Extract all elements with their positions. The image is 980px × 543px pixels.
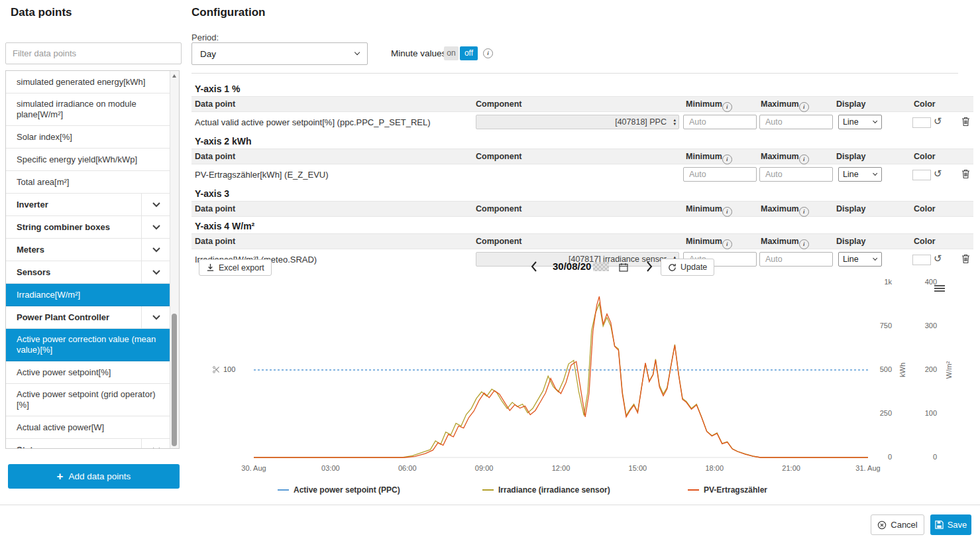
cancel-label: Cancel [891,520,917,530]
datapoint-label: Status [6,439,141,448]
list-scrollbar[interactable] [170,71,179,448]
axis-section-title: Y-axis 2 kWh [195,136,973,147]
datapoint-label: Active power correction value (mean valu… [6,329,170,361]
datapoint-item-13[interactable]: Active power setpoint (grid operator)[%] [6,384,170,416]
color-swatch[interactable] [912,117,931,128]
download-icon [206,263,215,272]
datapoint-category-10[interactable]: Power Plant Controller [6,306,170,329]
wm2-tick-label: 400 [910,278,937,286]
datapoint-item-0[interactable]: simulated generated energy[kWh] [6,71,170,93]
header-component: Component [476,152,521,161]
wm2-axis-title: W/m² [945,361,953,379]
datapoint-item-12[interactable]: Active power setpoint[%] [6,361,170,384]
axis-section-title: Y-axis 3 [195,188,973,199]
datapoint-item-3[interactable]: Specific energy yield[kWh/kWp] [6,149,170,171]
datapoint-label: Power Plant Controller [6,306,141,328]
save-button[interactable]: Save [930,514,971,535]
chart-context-menu-icon[interactable] [934,284,945,293]
component-select[interactable]: [407818] PPC▴▾ [476,115,679,129]
display-select[interactable]: Line [838,115,882,129]
datapoint-item-1[interactable]: simulated irradiance on module plane[W/m… [6,93,170,126]
legend-item-0[interactable]: Active power setpoint (PPC) [278,485,400,495]
datapoint-category-6[interactable]: String combiner boxes [6,216,170,239]
info-icon[interactable]: i [722,154,732,164]
save-icon [935,520,944,529]
data-points-list: simulated generated energy[kWh]simulated… [5,70,180,449]
x-tick-label: 31. Aug [855,464,880,472]
table-header-row: Data pointComponentMinimum iMaximum iDis… [191,96,973,112]
datapoint-item-11[interactable]: Active power correction value (mean valu… [6,329,170,361]
info-icon[interactable]: i [799,154,809,164]
info-icon[interactable]: i [483,48,493,58]
chart-toolbar: Excel export 30/08/20 Update [191,259,973,278]
datapoint-item-2[interactable]: Solar index[%] [6,126,170,149]
info-icon[interactable]: i [722,102,732,112]
expand-chevron-icon[interactable] [141,306,170,328]
minimum-input[interactable] [683,167,757,182]
minute-values-on-toggle[interactable]: on [444,46,459,60]
header-color: Color [914,204,936,213]
info-icon[interactable]: i [799,239,809,249]
datapoint-category-15[interactable]: Status [6,439,170,448]
expand-chevron-icon[interactable] [141,194,170,215]
maximum-input[interactable] [759,115,833,129]
previous-day-button[interactable] [531,261,537,274]
next-day-button[interactable] [646,261,653,274]
header-data-point: Data point [195,152,235,161]
datapoint-category-7[interactable]: Meters [6,239,170,261]
display-value: Line [843,117,859,127]
expand-chevron-icon[interactable] [141,239,170,261]
reset-icon[interactable]: ↺ [934,115,942,128]
table-header-row: Data pointComponentMinimum iMaximum iDis… [191,149,973,164]
axis-break-icon[interactable] [213,366,220,373]
info-icon[interactable]: i [722,207,732,217]
datapoint-label: Irradiance[W/m²] [6,284,170,306]
expand-chevron-icon[interactable] [141,439,170,448]
minimum-input[interactable] [683,115,757,129]
kwh-tick-label: 750 [865,322,892,330]
display-select[interactable]: Line [838,167,882,182]
maximum-input[interactable] [759,167,833,182]
datapoint-label: simulated irradiance on module plane[W/m… [6,93,170,125]
date-display[interactable]: 30/08/20 [553,261,609,272]
data-point-name: Actual valid active power setpoint[%] (p… [195,117,431,127]
datapoint-category-8[interactable]: Sensors [6,261,170,284]
minute-values-off-toggle[interactable]: off [460,46,478,60]
trash-icon[interactable] [961,117,970,129]
add-data-points-button[interactable]: + Add data points [8,464,180,489]
update-button[interactable]: Update [661,259,714,276]
expand-chevron-icon[interactable] [141,216,170,238]
series-line-2 [254,296,868,457]
legend-item-2[interactable]: PV-Ertragszähler [688,485,767,495]
color-swatch[interactable] [912,170,931,180]
scrollbar-thumb[interactable] [172,314,177,446]
info-icon[interactable]: i [799,102,809,112]
datapoint-item-4[interactable]: Total area[m²] [6,171,170,194]
datapoint-item-9[interactable]: Irradiance[W/m²] [6,284,170,306]
x-tick-label: 18:00 [705,464,724,472]
header-color: Color [914,99,936,109]
datapoint-category-5[interactable]: Inverter [6,194,170,216]
header-color: Color [914,152,936,161]
period-select[interactable]: Day [191,42,368,65]
legend-item-1[interactable]: Irradiance (irradiance sensor) [482,485,610,495]
y-axis-configuration: Y-axis 1 %Data pointComponentMinimum iMa… [191,80,973,269]
refresh-icon [668,263,677,272]
datapoint-item-14[interactable]: Actual active power[W] [6,416,170,439]
expand-chevron-icon[interactable] [141,261,170,283]
trash-icon[interactable] [961,169,970,181]
wm2-tick-label: 100 [910,409,937,417]
excel-export-button[interactable]: Excel export [199,259,272,276]
calendar-icon[interactable] [619,263,628,274]
info-icon[interactable]: i [799,207,809,217]
datapoint-label: simulated generated energy[kWh] [6,71,170,93]
legend-label: Irradiance (irradiance sensor) [498,485,610,495]
info-icon[interactable]: i [722,239,732,249]
reset-icon[interactable]: ↺ [934,167,942,180]
minute-values-label: Minute values [391,48,446,58]
period-value: Day [200,49,216,59]
datapoint-label: String combiner boxes [6,216,141,238]
filter-data-points-input[interactable] [5,42,182,64]
cancel-button[interactable]: Cancel [871,514,924,535]
scroll-up-icon[interactable] [172,74,176,78]
